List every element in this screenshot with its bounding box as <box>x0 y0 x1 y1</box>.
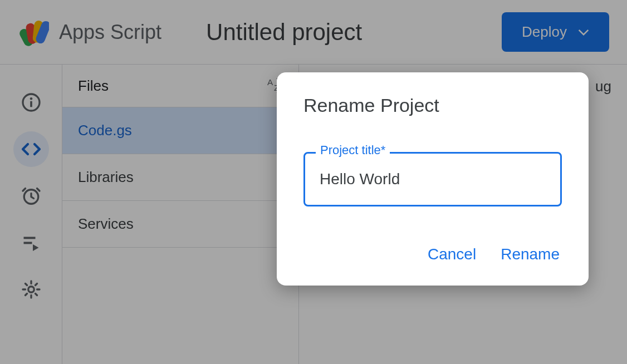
cancel-button[interactable]: Cancel <box>428 245 476 263</box>
project-title-input[interactable] <box>303 152 562 206</box>
dialog-actions: Cancel Rename <box>303 245 562 263</box>
rename-project-dialog: Rename Project Project title* Cancel Ren… <box>277 72 589 286</box>
project-title-field: Project title* <box>303 152 562 206</box>
dialog-title: Rename Project <box>303 95 562 116</box>
rename-button[interactable]: Rename <box>501 245 560 263</box>
project-title-label: Project title* <box>316 143 390 158</box>
